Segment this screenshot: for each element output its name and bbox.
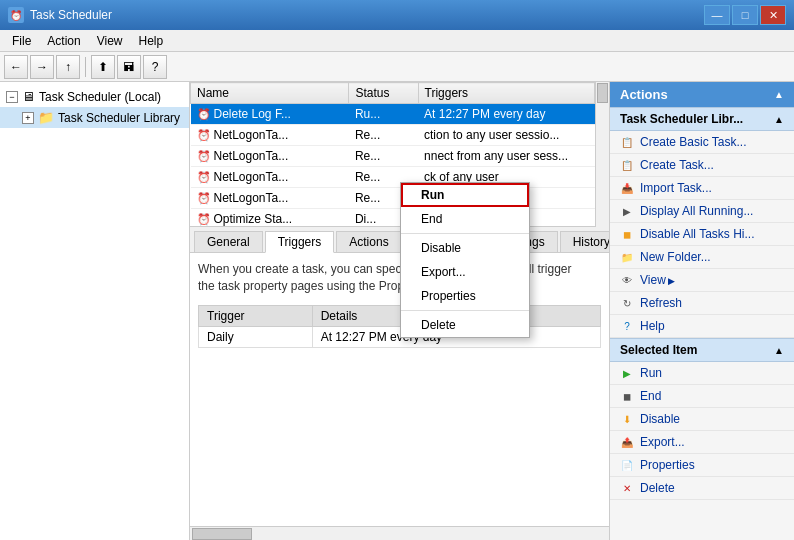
table-row[interactable]: ⏰NetLogonTa... Re... ck of any user (191, 188, 595, 209)
actions-title: Actions (620, 87, 668, 102)
toolbar: ← → ↑ ⬆ 🖬 ? (0, 52, 794, 82)
action-label: Disable (640, 412, 680, 426)
view-icon: 👁 (620, 273, 634, 287)
task-list-scroll[interactable]: Name Status Triggers ⏰Delete Log F... Ru… (190, 82, 595, 227)
task-name: ⏰NetLogonTa... (191, 167, 349, 188)
main-layout: − 🖥 Task Scheduler (Local) + 📁 Task Sche… (0, 82, 794, 540)
context-menu-item-export---[interactable]: Export... (401, 260, 529, 284)
toolbar-show-hide[interactable]: ⬆ (91, 55, 115, 79)
action-label: End (640, 389, 661, 403)
table-row[interactable]: ⏰NetLogonTa... Re... ction to any user s… (191, 125, 595, 146)
tree-expand-local[interactable]: − (6, 91, 18, 103)
table-row[interactable]: ⏰Delete Log F... Ru... At 12:27 PM every… (191, 104, 595, 125)
action-item-export---[interactable]: 📤 Export... (610, 431, 794, 454)
menu-action[interactable]: Action (39, 32, 88, 50)
tree-label-local: Task Scheduler (Local) (39, 90, 161, 104)
action-item-disable-all-tasks-hi---[interactable]: ◼ Disable All Tasks Hi... (610, 223, 794, 246)
create-icon: 📋 (620, 158, 634, 172)
action-item-disable[interactable]: ⬇ Disable (610, 408, 794, 431)
task-trigger: At 12:27 PM every day (418, 104, 594, 125)
help-icon: ? (620, 319, 634, 333)
action-item-create-basic-task---[interactable]: 📋 Create Basic Task... (610, 131, 794, 154)
action-label: Create Task... (640, 158, 714, 172)
action-item-properties[interactable]: 📄 Properties (610, 454, 794, 477)
context-menu: RunEndDisableExport...PropertiesDelete (400, 182, 530, 338)
disable-icon: ⬇ (620, 412, 634, 426)
table-scrollbar[interactable] (595, 82, 609, 227)
maximize-button[interactable]: □ (732, 5, 758, 25)
col-name: Name (191, 83, 349, 104)
action-label: New Folder... (640, 250, 711, 264)
action-item-new-folder---[interactable]: 📁 New Folder... (610, 246, 794, 269)
action-label: View (640, 273, 675, 287)
context-menu-item-run[interactable]: Run (401, 183, 529, 207)
close-button[interactable]: ✕ (760, 5, 786, 25)
task-status: Ru... (349, 104, 418, 125)
actions-header: Actions ▲ (610, 82, 794, 107)
action-item-view[interactable]: 👁 View (610, 269, 794, 292)
properties-icon: 📄 (620, 458, 634, 472)
tree-expand-library[interactable]: + (22, 112, 34, 124)
context-menu-separator (401, 310, 529, 311)
toolbar-up[interactable]: ↑ (56, 55, 80, 79)
menu-file[interactable]: File (4, 32, 39, 50)
tree-item-library[interactable]: + 📁 Task Scheduler Library (0, 107, 189, 128)
trigger-name: Daily (199, 326, 313, 347)
table-row[interactable]: ⏰NetLogonTa... Re... ck of any user (191, 167, 595, 188)
action-item-run[interactable]: ▶ Run (610, 362, 794, 385)
context-menu-item-delete[interactable]: Delete (401, 313, 529, 337)
tab-history[interactable]: History (560, 231, 609, 252)
app-icon: ⏰ (8, 7, 24, 23)
detail-col-trigger: Trigger (199, 305, 313, 326)
section-header-0[interactable]: Task Scheduler Libr...▲ (610, 107, 794, 131)
action-label: Delete (640, 481, 675, 495)
task-trigger: nnect from any user sess... (418, 146, 594, 167)
action-item-help[interactable]: ? Help (610, 315, 794, 338)
task-trigger: ction to any user sessio... (418, 125, 594, 146)
task-name: ⏰Optimize Sta... (191, 209, 349, 228)
tab-actions[interactable]: Actions (336, 231, 401, 252)
action-item-display-all-running---[interactable]: ▶ Display All Running... (610, 200, 794, 223)
right-panel-sections: Task Scheduler Libr...▲ 📋 Create Basic T… (610, 107, 794, 500)
window-title: Task Scheduler (30, 8, 112, 22)
action-item-delete[interactable]: ✕ Delete (610, 477, 794, 500)
context-menu-item-disable[interactable]: Disable (401, 236, 529, 260)
export-icon: 📤 (620, 435, 634, 449)
table-row[interactable]: ⏰NetLogonTa... Re... nnect from any user… (191, 146, 595, 167)
minimize-button[interactable]: — (704, 5, 730, 25)
action-item-end[interactable]: ◼ End (610, 385, 794, 408)
menu-help[interactable]: Help (131, 32, 172, 50)
action-label: Disable All Tasks Hi... (640, 227, 755, 241)
menu-view[interactable]: View (89, 32, 131, 50)
actions-collapse-icon: ▲ (774, 89, 784, 100)
action-label: Refresh (640, 296, 682, 310)
new-folder-icon: 📁 (620, 250, 634, 264)
toolbar-back[interactable]: ← (4, 55, 28, 79)
action-item-create-task---[interactable]: 📋 Create Task... (610, 154, 794, 177)
tab-general[interactable]: General (194, 231, 263, 252)
action-label: Import Task... (640, 181, 712, 195)
action-label: Properties (640, 458, 695, 472)
toolbar-forward[interactable]: → (30, 55, 54, 79)
toolbar-help[interactable]: ? (143, 55, 167, 79)
task-name: ⏰Delete Log F... (191, 104, 349, 125)
context-menu-item-properties[interactable]: Properties (401, 284, 529, 308)
action-item-import-task---[interactable]: 📥 Import Task... (610, 177, 794, 200)
task-name: ⏰NetLogonTa... (191, 125, 349, 146)
create-icon: 📋 (620, 135, 634, 149)
refresh-icon: ↻ (620, 296, 634, 310)
toolbar-properties[interactable]: 🖬 (117, 55, 141, 79)
tree-item-local[interactable]: − 🖥 Task Scheduler (Local) (0, 86, 189, 107)
action-item-refresh[interactable]: ↻ Refresh (610, 292, 794, 315)
context-menu-item-end[interactable]: End (401, 207, 529, 231)
action-label: Display All Running... (640, 204, 753, 218)
library-folder-icon: 📁 (38, 110, 54, 125)
task-table: Name Status Triggers ⏰Delete Log F... Ru… (190, 82, 595, 227)
tab-triggers[interactable]: Triggers (265, 231, 335, 253)
detail-horiz-scroll[interactable] (190, 526, 609, 540)
table-row[interactable]: ⏰Optimize Sta... Di... idle (191, 209, 595, 228)
section-header-1[interactable]: Selected Item▲ (610, 338, 794, 362)
import-icon: 📥 (620, 181, 634, 195)
title-bar: ⏰ Task Scheduler — □ ✕ (0, 0, 794, 30)
scheduler-icon: 🖥 (22, 89, 35, 104)
